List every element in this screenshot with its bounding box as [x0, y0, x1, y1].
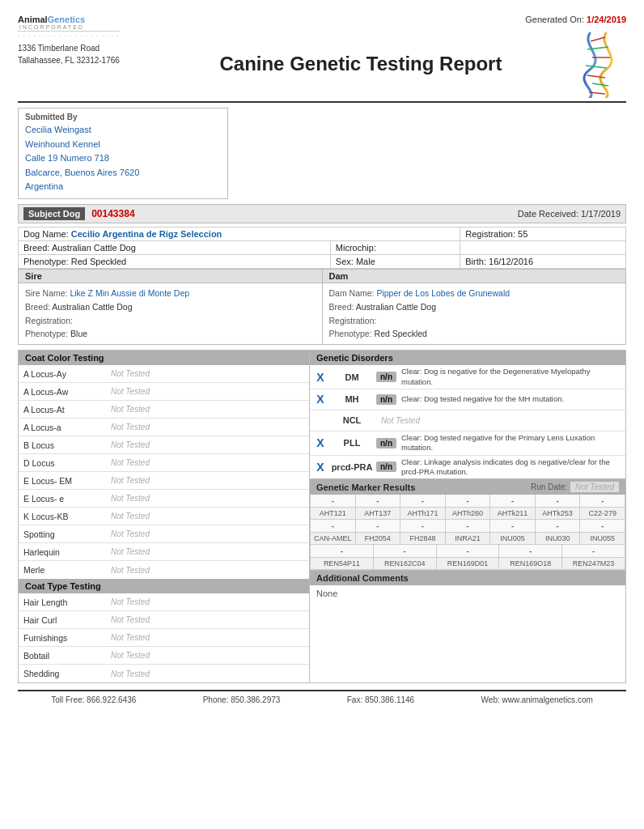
logo: AnimalGenetics INCORPORATED · · · · · · …: [18, 15, 120, 40]
phone: Phone: 850.386.2973: [203, 695, 281, 704]
marker-label-cell: INU005: [490, 533, 536, 545]
test-name: K Locus-KB: [19, 510, 108, 523]
test-row: E Locus- eNot Tested: [19, 490, 309, 508]
test-result: Not Tested: [108, 614, 309, 626]
marker-label-cell: AHTk253: [536, 508, 581, 520]
marker-label-cell: INRA21: [446, 533, 491, 545]
marker-run-date-value: Not Tested: [570, 482, 619, 492]
check-mark: X: [310, 393, 328, 406]
test-result: Not Tested: [108, 492, 309, 504]
marker-label-cell: CAN-AMEL: [311, 533, 356, 545]
dam-name-line: Dam Name: Pipper de Los Lobes de Grunewa…: [329, 287, 620, 300]
marker-label-cell: AHT137: [356, 508, 401, 520]
genetic-not-tested: Not Tested: [376, 416, 420, 425]
test-name: A Locus-a: [19, 421, 108, 434]
date-received: Date Received: 1/17/2019: [518, 209, 621, 219]
test-row: HarlequinNot Tested: [19, 543, 309, 561]
test-row: K Locus-KBNot Tested: [19, 508, 309, 525]
test-name: D Locus: [19, 457, 108, 470]
genetic-test-name: prcd-PRA: [328, 462, 376, 472]
test-name: Hair Length: [19, 596, 108, 609]
additional-comments-header: Additional Comments: [310, 570, 625, 585]
test-name: Spotting: [19, 528, 108, 541]
test-name: A Locus-Aw: [19, 385, 108, 398]
logo-area: AnimalGenetics INCORPORATED · · · · · · …: [18, 15, 120, 66]
test-result: Not Tested: [108, 403, 309, 415]
genetic-allele: n/n: [376, 438, 396, 449]
genetic-test-row: NCL Not Tested: [310, 410, 625, 432]
marker-label-cell: AHTk211: [490, 508, 536, 520]
sire-dam-section: Sire Sire Name: Like Z Min Aussie di Mon…: [18, 269, 626, 345]
test-row: MerleNot Tested: [19, 561, 309, 579]
dam-breed-line: Breed: Australian Cattle Dog: [329, 300, 620, 314]
test-name: B Locus: [19, 439, 108, 452]
main-test-section: Coat Color Testing A Locus-AyNot TestedA…: [18, 350, 626, 683]
test-result: Not Tested: [108, 546, 309, 558]
test-name: Harlequin: [19, 546, 108, 559]
test-result: Not Tested: [108, 510, 309, 522]
test-name: A Locus-Ay: [19, 368, 108, 380]
genetic-desc: Clear: Linkage analysis indicates dog is…: [401, 457, 625, 478]
address-line1: 1336 Timberlane Road: [18, 42, 120, 54]
test-name: A Locus-At: [19, 403, 108, 416]
test-name: E Locus- EM: [19, 474, 108, 487]
genetic-test-row: X DM n/n Clear: Dog is negative for the …: [310, 365, 625, 389]
logo-animal: Animal: [18, 15, 48, 24]
sire-header: Sire: [19, 270, 322, 283]
test-result: Not Tested: [108, 649, 309, 661]
test-name: Merle: [19, 563, 108, 576]
subject-dog-row: Subject Dog 00143384 Date Received: 1/17…: [18, 204, 626, 223]
test-name: Hair Curl: [19, 614, 108, 627]
report-title: Canine Genetic Testing Report: [160, 53, 561, 75]
test-result: Not Tested: [108, 596, 309, 608]
check-mark: X: [310, 436, 328, 449]
coat-color-header: Coat Color Testing: [19, 351, 309, 365]
test-name: Furnishings: [19, 631, 108, 644]
marker-label-cell: REN169O18: [499, 558, 562, 570]
test-row: A Locus-aNot Tested: [19, 419, 309, 436]
dog-details-table: Dog Name: Cecilio Argentina de Rigz Sele…: [18, 227, 626, 269]
test-result: Not Tested: [108, 421, 309, 433]
svg-line-4: [587, 75, 605, 78]
toll-free: Toll Free: 866.922.6436: [51, 695, 136, 704]
dam-block: Dam Dam Name: Pipper de Los Lobes de Gru…: [323, 270, 626, 344]
test-result: Not Tested: [108, 457, 309, 469]
test-row: A Locus-AtNot Tested: [19, 401, 309, 419]
marker-label-cell: INU055: [580, 533, 625, 545]
logo-tagline: · · · · · · · · · · · · · · · · · · · ·: [18, 31, 120, 40]
check-mark: X: [310, 461, 328, 474]
marker-row-grid: -------CAN-AMELFH2054FH2848INRA21INU005I…: [310, 520, 625, 545]
marker-value-cell: -: [536, 495, 581, 508]
footer: Toll Free: 866.922.6436 Phone: 850.386.2…: [18, 690, 626, 704]
check-mark: X: [310, 371, 328, 384]
sire-name-line: Sire Name: Like Z Min Aussie di Monte De…: [25, 287, 316, 300]
test-row: B LocusNot Tested: [19, 436, 309, 454]
test-name: E Locus- e: [19, 492, 108, 505]
test-row: BobtailNot Tested: [19, 647, 309, 665]
genetic-allele: n/n: [376, 461, 396, 472]
marker-value-cell: -: [356, 520, 401, 533]
marker-value-cell: -: [562, 545, 625, 558]
right-column: Genetic Disorders X DM n/n Clear: Dog is…: [310, 351, 625, 682]
test-row: SheddingNot Tested: [19, 665, 309, 682]
marker-value-cell: -: [311, 495, 356, 508]
submitter-name: Cecilia Weingast: [25, 123, 221, 138]
marker-value-cell: -: [437, 545, 500, 558]
genetic-test-name: PLL: [328, 438, 376, 448]
marker-value-cell: -: [311, 520, 356, 533]
header: AnimalGenetics INCORPORATED · · · · · · …: [18, 15, 626, 98]
test-result: Not Tested: [108, 564, 309, 576]
marker-section: Genetic Marker Results Run Date: Not Tes…: [310, 478, 625, 570]
marker-label-cell: INU030: [536, 533, 581, 545]
marker-label-cell: REN54P11: [311, 558, 374, 570]
generated-on: Generated On: 1/24/2019: [144, 15, 626, 24]
marker-value-cell: -: [311, 545, 374, 558]
sire-reg-line: Registration:: [25, 314, 316, 328]
sire-phenotype-line: Phenotype: Blue: [25, 327, 316, 341]
submitted-label: Submitted By: [25, 113, 221, 121]
submitted-section: Submitted By Cecilia Weingast Weinhound …: [18, 108, 626, 199]
test-result: Not Tested: [108, 528, 309, 540]
test-result: Not Tested: [108, 474, 309, 487]
sire-breed-line: Breed: Australian Cattle Dog: [25, 300, 316, 314]
coat-type-header: Coat Type Testing: [19, 579, 309, 593]
